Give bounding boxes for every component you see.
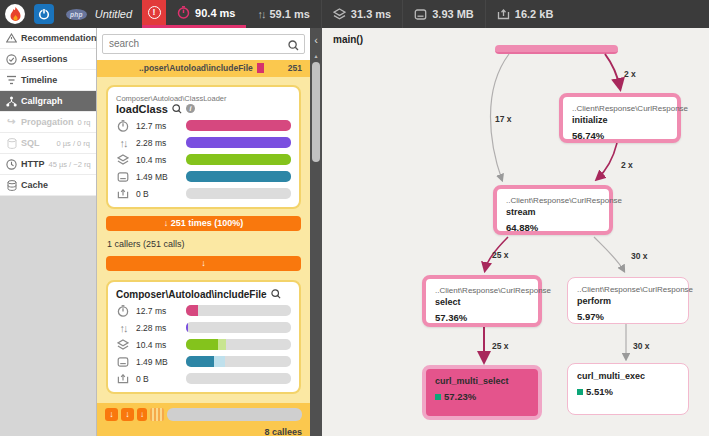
- sidebar-item-label: Recommendations: [21, 33, 102, 43]
- graph-node-select[interactable]: ..Client\Response\CurlResponse select 57…: [422, 275, 542, 327]
- graph-node-curl-multi-exec[interactable]: curl_multi_exec 5.51%: [567, 363, 689, 415]
- callee-arrow-button[interactable]: ↓: [105, 408, 118, 421]
- search-icon[interactable]: [172, 104, 182, 114]
- power-extension-button[interactable]: [34, 4, 54, 24]
- sidebar-item-sql[interactable]: SQL 0 µs / 0 rq: [0, 133, 96, 154]
- metric-value: 12.7 ms: [136, 306, 180, 316]
- node-percent: 57.36%: [435, 312, 529, 323]
- propagation-icon: ↪: [6, 117, 17, 127]
- down-arrow-button[interactable]: ↓: [106, 256, 301, 271]
- sidebar-item-label: Cache: [21, 180, 48, 190]
- check-circle-icon: [6, 54, 17, 65]
- metric-row-wall: 12.7 ms: [116, 120, 291, 132]
- metric-marker: [435, 394, 441, 400]
- sidebar-item-timeline[interactable]: Timeline: [0, 70, 96, 91]
- sidebar-item-propagation[interactable]: ↪ Propagation 0 rq: [0, 112, 96, 133]
- scrollbar-thumb[interactable]: [312, 62, 320, 162]
- flame-icon: [9, 7, 22, 22]
- layers-icon: [116, 154, 130, 166]
- function-panel: ..poser\Autoload\includeFile 251 Compose…: [97, 28, 322, 436]
- edge-label: 17 x: [495, 114, 512, 124]
- metric-network[interactable]: 16.2 kB: [486, 0, 565, 28]
- timer-icon: [116, 120, 130, 132]
- metric-row-io: ↑↓ 2.28 ms: [116, 137, 291, 149]
- panel-scroll-strip: ‹ ▴: [310, 28, 322, 436]
- sidebar-item-recommendations[interactable]: Recommendations 10: [0, 28, 96, 49]
- node-function-name: stream: [506, 207, 600, 217]
- edge-label: 25 x: [492, 250, 509, 260]
- striped-segment[interactable]: [150, 408, 164, 421]
- node-percent: 5.97%: [577, 311, 679, 322]
- metric-value: 2.28 ms: [136, 138, 180, 148]
- callers-label: 1 callers (251 calls): [107, 239, 300, 249]
- metric-bar: [186, 137, 291, 148]
- sidebar-item-cache[interactable]: Cache: [0, 175, 96, 196]
- info-icon[interactable]: i: [186, 104, 195, 113]
- node-class-path: ..Client\Response\CurlResponse: [577, 285, 679, 294]
- graph-node-truncated[interactable]: [495, 45, 618, 54]
- sidebar-item-label: Propagation: [21, 117, 74, 127]
- metric-row-wall: 12.7 ms: [116, 305, 291, 317]
- sidebar-item-label: Timeline: [21, 75, 57, 85]
- node-class-path: ..Client\Response\CurlResponse: [572, 104, 668, 113]
- metric-bar: [186, 154, 291, 165]
- blackfire-flame-logo[interactable]: [5, 4, 25, 24]
- sidebar-item-assertions[interactable]: Assertions: [0, 49, 96, 70]
- cache-database-icon: [6, 180, 17, 191]
- metric-value: 0 B: [136, 189, 180, 199]
- graph-node-stream[interactable]: ..Client\Response\CurlResponse stream 64…: [493, 185, 613, 235]
- metric-value: 59.1 ms: [269, 8, 309, 20]
- metric-cpu-time[interactable]: 31.3 ms: [322, 0, 403, 28]
- sidebar-item-value: 0 µs / 0 rq: [56, 139, 90, 148]
- root-function-label: main(): [333, 34, 363, 45]
- node-function-name: perform: [577, 296, 679, 306]
- metric-value: 10.4 ms: [136, 155, 180, 165]
- callers-times-button[interactable]: ↓ 251 times (100%): [106, 216, 301, 231]
- power-icon: [38, 8, 50, 20]
- metric-wall-time[interactable]: 90.4 ms: [166, 0, 246, 25]
- profile-title[interactable]: Untitled: [95, 8, 132, 20]
- callgraph-canvas[interactable]: main() 17 x 2 x 2 x 25 x 30 x 25 x: [322, 28, 709, 436]
- callee-arrow-button[interactable]: ↓: [137, 408, 147, 421]
- php-badge: php: [66, 9, 87, 20]
- metric-row-cpu: 10.4 ms: [116, 339, 291, 351]
- metric-value: 1.49 MB: [136, 172, 180, 182]
- callees-band: ↓ ↓ ↓ 8 callees: [97, 403, 310, 436]
- selected-function-header[interactable]: ..poser\Autoload\includeFile 251: [97, 60, 310, 77]
- metric-marker: [577, 389, 583, 395]
- search-bar: [97, 28, 310, 60]
- edge-label: 30 x: [633, 341, 650, 351]
- graph-node-initialize[interactable]: ..Client\Response\CurlResponse initializ…: [559, 93, 681, 143]
- callee-arrow-button[interactable]: ↓: [121, 408, 134, 421]
- sidebar-item-http[interactable]: HTTP 45 µs / ~2 rq: [0, 154, 96, 175]
- metric-io-wait[interactable]: ↑↓ 59.1 ms: [246, 0, 321, 28]
- http-clock-icon: [6, 159, 17, 170]
- callgraph-icon: [6, 96, 17, 107]
- metric-bar: [186, 373, 291, 384]
- alert-button[interactable]: !: [142, 0, 166, 25]
- metric-value: 31.3 ms: [351, 8, 391, 20]
- sidebar-item-callgraph[interactable]: Callgraph: [0, 91, 96, 112]
- function-card-includefile: Composer\Autoload\includeFile 12.7 ms ↑↓…: [106, 280, 301, 394]
- remaining-bar: [167, 408, 302, 421]
- metric-value: 0 B: [136, 374, 180, 384]
- metric-memory[interactable]: 3.93 MB: [403, 0, 486, 28]
- node-percent: 5.51%: [577, 386, 679, 397]
- collapse-panel-button[interactable]: ‹: [314, 28, 318, 52]
- edge-label: 2 x: [621, 160, 633, 170]
- metric-value: 2.28 ms: [136, 323, 180, 333]
- search-input[interactable]: [102, 34, 305, 54]
- metric-row-memory: 1.49 MB: [116, 171, 291, 183]
- updown-arrows-icon: ↑↓: [257, 8, 264, 20]
- search-icon[interactable]: [288, 37, 299, 55]
- scroll-up-arrow[interactable]: ▴: [314, 52, 317, 60]
- search-icon[interactable]: [271, 289, 281, 299]
- layers-icon: [116, 339, 130, 351]
- sidebar-item-value: 0 rq: [78, 118, 91, 127]
- metric-value: 12.7 ms: [136, 121, 180, 131]
- graph-node-curl-multi-select[interactable]: curl_multi_select 57.23%: [422, 365, 542, 420]
- edge-2x-b: [597, 143, 617, 179]
- active-metric-group: ! 90.4 ms: [142, 0, 246, 28]
- network-icon: [497, 8, 510, 21]
- graph-node-perform[interactable]: ..Client\Response\CurlResponse perform 5…: [567, 277, 689, 324]
